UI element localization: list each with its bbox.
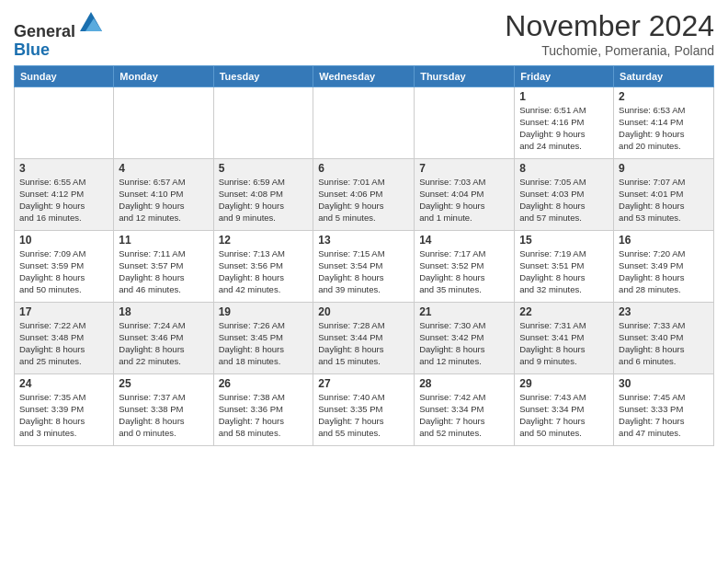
day-info: Sunrise: 6:57 AM Sunset: 4:10 PM Dayligh…: [119, 176, 208, 224]
calendar-cell: 18Sunrise: 7:24 AM Sunset: 3:46 PM Dayli…: [114, 302, 213, 373]
day-info: Sunrise: 6:53 AM Sunset: 4:14 PM Dayligh…: [619, 104, 709, 153]
calendar-cell: 9Sunrise: 7:07 AM Sunset: 4:01 PM Daylig…: [614, 158, 714, 230]
day-info: Sunrise: 7:35 AM Sunset: 3:39 PM Dayligh…: [19, 391, 108, 440]
calendar-cell: 12Sunrise: 7:13 AM Sunset: 3:56 PM Dayli…: [213, 230, 313, 302]
day-number: 22: [519, 305, 609, 318]
calendar-cell: 16Sunrise: 7:20 AM Sunset: 3:49 PM Dayli…: [614, 230, 714, 302]
calendar-week-4: 24Sunrise: 7:35 AM Sunset: 3:39 PM Dayli…: [15, 373, 714, 445]
day-info: Sunrise: 7:17 AM Sunset: 3:52 PM Dayligh…: [419, 247, 509, 296]
calendar-cell: 23Sunrise: 7:33 AM Sunset: 3:40 PM Dayli…: [614, 302, 714, 373]
header-sunday: Sunday: [15, 65, 114, 86]
header: General Blue November 2024 Tuchomie, Pom…: [14, 9, 714, 60]
calendar-cell: 20Sunrise: 7:28 AM Sunset: 3:44 PM Dayli…: [313, 302, 415, 373]
calendar-cell: 24Sunrise: 7:35 AM Sunset: 3:39 PM Dayli…: [15, 373, 114, 445]
day-info: Sunrise: 7:30 AM Sunset: 3:42 PM Dayligh…: [419, 319, 509, 368]
calendar-cell: 10Sunrise: 7:09 AM Sunset: 3:59 PM Dayli…: [15, 230, 114, 302]
day-number: 12: [219, 234, 309, 247]
day-info: Sunrise: 7:11 AM Sunset: 3:57 PM Dayligh…: [119, 247, 208, 296]
day-number: 17: [19, 305, 108, 318]
header-saturday: Saturday: [614, 65, 714, 86]
day-info: Sunrise: 7:33 AM Sunset: 3:40 PM Dayligh…: [619, 319, 709, 368]
day-number: 25: [119, 377, 208, 390]
day-number: 20: [318, 305, 409, 318]
day-info: Sunrise: 7:19 AM Sunset: 3:51 PM Dayligh…: [519, 247, 609, 296]
day-info: Sunrise: 7:09 AM Sunset: 3:59 PM Dayligh…: [19, 247, 108, 296]
calendar-cell: 30Sunrise: 7:45 AM Sunset: 3:33 PM Dayli…: [614, 373, 714, 445]
day-info: Sunrise: 7:07 AM Sunset: 4:01 PM Dayligh…: [619, 176, 709, 224]
day-info: Sunrise: 7:38 AM Sunset: 3:36 PM Dayligh…: [219, 391, 309, 440]
subtitle: Tuchomie, Pomerania, Poland: [505, 43, 714, 58]
calendar-cell: 17Sunrise: 7:22 AM Sunset: 3:48 PM Dayli…: [15, 302, 114, 373]
day-info: Sunrise: 7:01 AM Sunset: 4:06 PM Dayligh…: [318, 176, 409, 224]
day-info: Sunrise: 7:31 AM Sunset: 3:41 PM Dayligh…: [519, 319, 609, 368]
day-info: Sunrise: 7:28 AM Sunset: 3:44 PM Dayligh…: [318, 319, 409, 368]
day-number: 13: [318, 234, 409, 247]
day-number: 3: [19, 162, 108, 175]
calendar-cell: 26Sunrise: 7:38 AM Sunset: 3:36 PM Dayli…: [213, 373, 313, 445]
day-info: Sunrise: 6:51 AM Sunset: 4:16 PM Dayligh…: [519, 104, 609, 153]
day-number: 30: [619, 377, 709, 390]
calendar-cell: 19Sunrise: 7:26 AM Sunset: 3:45 PM Dayli…: [213, 302, 313, 373]
month-title: November 2024: [505, 9, 714, 43]
day-info: Sunrise: 7:20 AM Sunset: 3:49 PM Dayligh…: [619, 247, 709, 296]
day-info: Sunrise: 7:24 AM Sunset: 3:46 PM Dayligh…: [119, 319, 208, 368]
calendar-cell: 22Sunrise: 7:31 AM Sunset: 3:41 PM Dayli…: [515, 302, 614, 373]
calendar-cell: [114, 86, 213, 158]
day-number: 27: [318, 377, 409, 390]
calendar-cell: 28Sunrise: 7:42 AM Sunset: 3:34 PM Dayli…: [415, 373, 515, 445]
calendar-cell: 3Sunrise: 6:55 AM Sunset: 4:12 PM Daylig…: [15, 158, 114, 230]
logo-icon: [77, 9, 105, 37]
calendar-cell: [213, 86, 313, 158]
calendar: Sunday Monday Tuesday Wednesday Thursday…: [14, 65, 714, 446]
calendar-cell: [313, 86, 415, 158]
calendar-week-1: 3Sunrise: 6:55 AM Sunset: 4:12 PM Daylig…: [15, 158, 714, 230]
day-number: 29: [519, 377, 609, 390]
logo: General Blue: [14, 9, 105, 60]
day-info: Sunrise: 7:05 AM Sunset: 4:03 PM Dayligh…: [519, 176, 609, 224]
header-monday: Monday: [114, 65, 213, 86]
header-tuesday: Tuesday: [213, 65, 313, 86]
day-info: Sunrise: 7:42 AM Sunset: 3:34 PM Dayligh…: [419, 391, 509, 440]
day-number: 1: [519, 90, 609, 103]
day-info: Sunrise: 7:40 AM Sunset: 3:35 PM Dayligh…: [318, 391, 409, 440]
calendar-cell: 8Sunrise: 7:05 AM Sunset: 4:03 PM Daylig…: [515, 158, 614, 230]
header-thursday: Thursday: [415, 65, 515, 86]
calendar-cell: 15Sunrise: 7:19 AM Sunset: 3:51 PM Dayli…: [515, 230, 614, 302]
calendar-cell: 11Sunrise: 7:11 AM Sunset: 3:57 PM Dayli…: [114, 230, 213, 302]
day-info: Sunrise: 6:55 AM Sunset: 4:12 PM Dayligh…: [19, 176, 108, 224]
calendar-header-row: Sunday Monday Tuesday Wednesday Thursday…: [15, 65, 714, 86]
day-number: 7: [419, 162, 509, 175]
day-number: 6: [318, 162, 409, 175]
calendar-cell: 6Sunrise: 7:01 AM Sunset: 4:06 PM Daylig…: [313, 158, 415, 230]
calendar-cell: 21Sunrise: 7:30 AM Sunset: 3:42 PM Dayli…: [415, 302, 515, 373]
day-number: 14: [419, 234, 509, 247]
day-number: 9: [619, 162, 709, 175]
day-number: 8: [519, 162, 609, 175]
calendar-cell: [415, 86, 515, 158]
calendar-cell: 14Sunrise: 7:17 AM Sunset: 3:52 PM Dayli…: [415, 230, 515, 302]
logo-general: General: [14, 22, 75, 40]
calendar-cell: 7Sunrise: 7:03 AM Sunset: 4:04 PM Daylig…: [415, 158, 515, 230]
calendar-cell: 25Sunrise: 7:37 AM Sunset: 3:38 PM Dayli…: [114, 373, 213, 445]
calendar-cell: [15, 86, 114, 158]
calendar-week-3: 17Sunrise: 7:22 AM Sunset: 3:48 PM Dayli…: [15, 302, 714, 373]
calendar-week-2: 10Sunrise: 7:09 AM Sunset: 3:59 PM Dayli…: [15, 230, 714, 302]
day-info: Sunrise: 7:03 AM Sunset: 4:04 PM Dayligh…: [419, 176, 509, 224]
day-info: Sunrise: 7:22 AM Sunset: 3:48 PM Dayligh…: [19, 319, 108, 368]
calendar-week-0: 1Sunrise: 6:51 AM Sunset: 4:16 PM Daylig…: [15, 86, 714, 158]
title-block: November 2024 Tuchomie, Pomerania, Polan…: [505, 9, 714, 58]
day-number: 15: [519, 234, 609, 247]
day-number: 26: [219, 377, 309, 390]
day-number: 11: [119, 234, 208, 247]
day-number: 28: [419, 377, 509, 390]
calendar-cell: 4Sunrise: 6:57 AM Sunset: 4:10 PM Daylig…: [114, 158, 213, 230]
day-number: 18: [119, 305, 208, 318]
calendar-cell: 29Sunrise: 7:43 AM Sunset: 3:34 PM Dayli…: [515, 373, 614, 445]
calendar-cell: 13Sunrise: 7:15 AM Sunset: 3:54 PM Dayli…: [313, 230, 415, 302]
day-number: 5: [219, 162, 309, 175]
day-number: 2: [619, 90, 709, 103]
day-info: Sunrise: 7:26 AM Sunset: 3:45 PM Dayligh…: [219, 319, 309, 368]
day-number: 4: [119, 162, 208, 175]
header-friday: Friday: [515, 65, 614, 86]
day-number: 16: [619, 234, 709, 247]
